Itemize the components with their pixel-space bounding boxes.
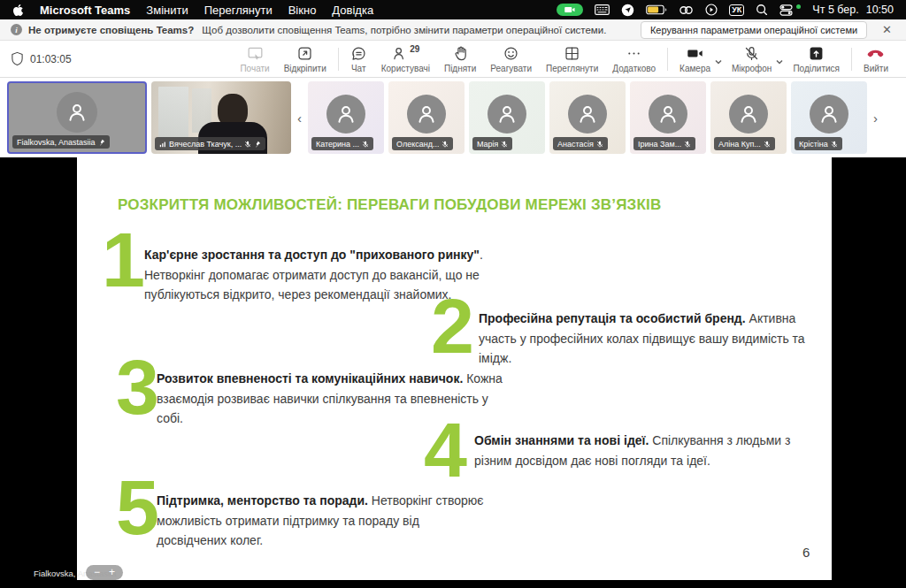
mic-muted-icon [441,141,449,148]
filmstrip-prev-icon[interactable]: ‹ [296,111,303,126]
timer-value: 01:03:05 [30,53,72,65]
participant-name-chip: Аліна Куп... [714,137,775,150]
raise-hand-button[interactable]: Підняти [437,45,483,73]
participant-tile[interactable]: Крістіна [791,81,867,154]
slide-item-number: 5 [116,469,159,546]
participants-button[interactable]: 29 Користувачі [374,45,437,73]
slide-title: РОЗКРИТТЯ МОЖЛИВОСТЕЙ: ПЕРЕВАГИ ПОБУДОВИ… [118,196,661,214]
notification-banner: i Не отримуєте сповіщень Teams? Щоб дозв… [0,19,906,41]
menubar-clock[interactable]: 10:50 [866,4,894,16]
mic-options-chevron-icon[interactable] [775,54,784,70]
speaking-indicator-icon [159,141,166,148]
participant-tile[interactable]: Анастасія [549,81,626,154]
react-button[interactable]: Реагувати [483,45,539,73]
apple-menu-icon[interactable] [12,4,24,17]
mic-muted-icon [362,141,369,148]
input-source-badge[interactable]: УК [729,4,744,16]
participant-name-chip: Марія [472,137,512,150]
start-button[interactable]: Почати [233,45,276,73]
camera-in-use-indicator-icon[interactable] [557,4,583,16]
macos-menubar: Microsoft Teams Змінити Переглянути Вікн… [0,0,906,19]
avatar [568,95,607,134]
video-background [158,87,188,138]
filmstrip-next-icon[interactable]: › [871,111,879,126]
camera-on-icon [687,45,703,62]
spotlight-search-icon[interactable] [756,4,768,16]
slide-item-number: 4 [424,411,467,489]
chat-icon [350,45,367,62]
slide-item-text: Кар'єрне зростання та доступ до "прихова… [144,245,538,305]
slide-item-text: Обмін знаннями та нові ідеї. Спілкування… [474,431,824,470]
smiley-icon [503,45,519,62]
slide-page-number: 6 [802,545,810,560]
participant-tile-pinned[interactable]: Fialkovska, Anastasiia [7,81,147,154]
chat-button[interactable]: Чат [343,45,374,73]
participant-tile[interactable]: Ірина Зам... [630,81,706,154]
camera-button[interactable]: Камера [672,45,718,73]
leave-button[interactable]: Вийти [856,45,895,73]
avatar [729,95,768,134]
meeting-timer: 01:03:05 [11,51,72,66]
raised-hand-icon [452,45,469,62]
menubar-date[interactable]: Чт 5 бер. [812,4,858,16]
manage-os-settings-button[interactable]: Керування параметрами операційної систем… [641,21,867,39]
avatar [407,95,446,134]
avatar [488,95,526,134]
camera-options-chevron-icon[interactable] [714,54,723,70]
control-center-icon[interactable] [779,4,793,16]
pin-icon [254,141,261,148]
keyboard-icon[interactable] [595,4,610,15]
banner-close-icon[interactable]: ✕ [873,23,895,36]
play-circle-icon[interactable] [705,4,718,16]
location-services-icon[interactable] [621,4,634,17]
participant-tile-video[interactable]: Вячеслав Ткачук, ... [151,81,291,154]
more-button[interactable]: Додатково [605,45,663,73]
unpin-button[interactable]: Відкріпити [277,45,334,73]
mic-muted-icon [764,141,771,148]
avatar [810,95,848,134]
participant-tile[interactable]: Олександ... [388,81,465,154]
banner-title: Не отримуєте сповіщень Teams? [28,25,194,35]
hang-up-icon [866,45,885,62]
meeting-toolbar: 01:03:05 Почати Відкріпити Чат 29 Корист… [0,41,906,78]
slide-item-number: 2 [431,287,474,365]
battery-icon[interactable] [646,4,667,15]
avatar [326,95,365,134]
menu-edit[interactable]: Змінити [146,4,188,17]
mic-muted-icon [831,141,838,148]
menu-view[interactable]: Переглянути [204,4,273,17]
zoom-out-button[interactable]: − [94,566,100,579]
participant-tile[interactable]: Катерина ... [308,81,384,154]
shared-content-stage: РОЗКРИТТЯ МОЖЛИВОСТЕЙ: ПЕРЕВАГИ ПОБУДОВИ… [0,157,906,588]
avatar [57,92,97,133]
info-icon: i [11,24,22,35]
slide-item-number: 3 [116,348,159,426]
slide-item-text: Підтримка, менторство та поради. Нетворк… [157,491,484,551]
mic-muted-icon [743,45,760,62]
menu-window[interactable]: Вікно [288,4,317,17]
menu-help[interactable]: Довідка [332,4,373,17]
share-button[interactable]: Поділитися [786,45,847,73]
screen-cursor-icon [247,45,264,62]
view-button[interactable]: Переглянути [539,45,605,73]
mic-muted-icon [684,141,691,148]
participant-tile[interactable]: Аліна Куп... [710,81,787,154]
participant-name-chip: Ірина Зам... [633,137,695,150]
mic-muted-icon [501,141,508,148]
participant-tile[interactable]: Марія [469,81,545,154]
mic-button[interactable]: Мікрофон [725,45,779,73]
zoom-in-button[interactable]: + [109,566,115,579]
toolbar-divider [667,48,668,71]
share-screen-icon [808,45,825,62]
shield-icon [11,51,24,66]
toolbar-divider [851,48,852,71]
people-icon [391,45,408,62]
mic-muted-icon [596,141,603,148]
mic-muted-icon [244,141,251,148]
unpin-icon [296,45,313,62]
link-icon[interactable] [679,5,694,15]
slide-item-text: Професійна репутація та особистий бренд.… [479,309,810,369]
pin-icon [98,139,105,146]
menubar-app-name[interactable]: Microsoft Teams [40,4,130,17]
status-dot [796,4,801,9]
